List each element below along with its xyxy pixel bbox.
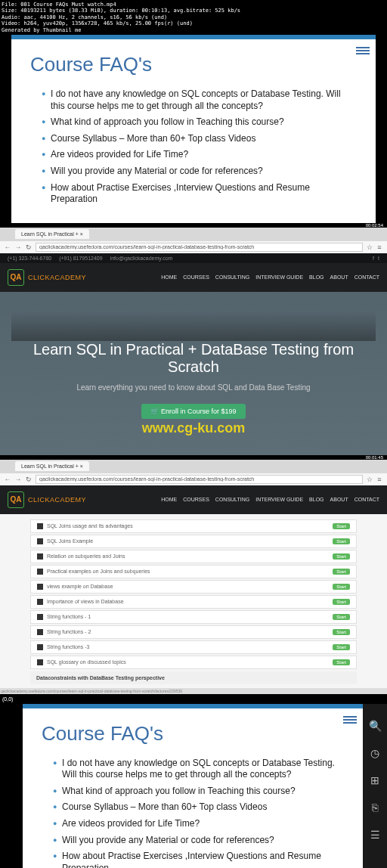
video-icon xyxy=(37,584,43,590)
course-list: SQL Joins usage and its advantagesStart … xyxy=(0,514,387,688)
slide-title: Course FAQ's xyxy=(11,39,376,82)
start-button[interactable]: Start xyxy=(333,659,350,665)
hero-title: Learn SQL in Practical + DataBase Testin… xyxy=(11,341,376,376)
section-header: Dataconstraints with DataBase Testing pe… xyxy=(30,671,357,684)
logo-text: CLICKACADEMY xyxy=(28,496,86,504)
logo-icon: QA xyxy=(8,269,24,286)
url-input[interactable] xyxy=(36,243,363,252)
nav-courses[interactable]: COURSES xyxy=(183,274,209,280)
side-dock: 🔍 ◷ ⊞ ⎘ ☰ xyxy=(363,704,387,868)
twitter-icon[interactable]: t xyxy=(378,256,379,261)
nav-home[interactable]: HOME xyxy=(161,497,177,502)
email: info@qaclickacademy.com xyxy=(110,256,173,261)
reload-icon[interactable]: ↻ xyxy=(25,476,33,483)
bullet-item: Are videos provided for Life Time? xyxy=(53,816,340,832)
menu-icon[interactable]: ≡ xyxy=(376,243,383,251)
start-button[interactable]: Start xyxy=(333,629,350,635)
nav-home[interactable]: HOME xyxy=(161,274,177,280)
exit-icon[interactable]: ⎘ xyxy=(368,801,382,814)
star-icon[interactable]: ☆ xyxy=(366,476,373,483)
nav-about[interactable]: ABOUT xyxy=(330,497,348,502)
browser-chrome-1: Learn SQL in Practical + × ← → ↻ ☆ ≡ xyxy=(0,228,387,253)
site-header-2: QA CLICKACADEMY HOME COURSES CONSULTING … xyxy=(0,485,387,514)
facebook-icon[interactable]: f xyxy=(373,256,374,261)
menu-icon xyxy=(343,715,357,725)
slide-title: Course FAQ's xyxy=(23,708,363,752)
nav-links: HOME COURSES CONSULTING INTERVIEW GUIDE … xyxy=(161,274,379,280)
logo-text: CLICKACADEMY xyxy=(28,274,86,281)
address-bar: ← → ↻ ☆ ≡ xyxy=(0,473,387,485)
list-icon[interactable]: ☰ xyxy=(368,828,382,842)
search-icon[interactable]: 🔍 xyxy=(368,719,382,733)
video-icon xyxy=(37,599,43,605)
forward-icon[interactable]: → xyxy=(14,243,22,251)
list-item[interactable]: SQL glossary on discussed topicsStart xyxy=(30,656,357,669)
logo[interactable]: QA CLICKACADEMY xyxy=(8,491,86,508)
watermark: www.cg-ku.com xyxy=(11,420,376,436)
list-item[interactable]: Relation on subqueries and JoinsStart xyxy=(30,550,357,563)
ubuntu-icon[interactable]: ◷ xyxy=(368,746,382,760)
windows-icon[interactable]: ⊞ xyxy=(368,773,382,787)
list-item[interactable]: Practical examples on Joins and subqueri… xyxy=(30,565,357,578)
browser-tab[interactable]: Learn SQL in Practical + × xyxy=(15,229,89,239)
enroll-button[interactable]: 🛒 Enroll in Course for $199 xyxy=(141,404,245,419)
file-info-generated: Generated by Thumbnail me xyxy=(2,27,385,33)
start-button[interactable]: Start xyxy=(333,584,350,590)
browser-tab[interactable]: Learn SQL in Practical + × xyxy=(15,461,89,471)
list-item[interactable]: String functions - 1Start xyxy=(30,610,357,624)
phone-1: (+1) 323-744-6780 xyxy=(8,256,51,261)
nav-contact[interactable]: CONTACT xyxy=(354,274,379,280)
timestamp: 00:02:54 xyxy=(0,223,387,228)
nav-blog[interactable]: BLOG xyxy=(309,497,324,502)
start-button[interactable]: Start xyxy=(333,644,350,650)
bullet-item: Course Syllabus – More than 60+ Top clas… xyxy=(42,131,353,147)
video-icon xyxy=(37,644,43,650)
list-item[interactable]: SQL Joins usage and its advantagesStart xyxy=(30,519,357,533)
video-icon xyxy=(37,523,43,529)
nav-contact[interactable]: CONTACT xyxy=(354,497,379,502)
url-input[interactable] xyxy=(36,475,363,484)
bullet-item: I do not have any knowledge on SQL conce… xyxy=(42,86,353,114)
logo-icon: QA xyxy=(8,491,24,508)
bullet-item: Will you provide any Material or code fo… xyxy=(42,163,353,180)
file-info-audio: Audio: aac, 44100 Hz, 2 channels, s16, 5… xyxy=(2,14,385,20)
menu-icon xyxy=(356,45,370,56)
bullet-item: How about Practise Exercises ,Interview … xyxy=(53,848,340,868)
nav-interview[interactable]: INTERVIEW GUIDE xyxy=(255,274,303,280)
slide-panel-2: Course FAQ's I do not have any knowledge… xyxy=(0,704,387,868)
list-item[interactable]: String functions - 2Start xyxy=(30,625,357,639)
list-item[interactable]: SQL Joins ExampleStart xyxy=(30,535,357,548)
nav-consulting[interactable]: CONSULTING xyxy=(215,274,249,280)
back-icon[interactable]: ← xyxy=(4,476,11,483)
back-icon[interactable]: ← xyxy=(4,243,11,251)
start-button[interactable]: Start xyxy=(333,569,350,575)
nav-consulting[interactable]: CONSULTING xyxy=(215,497,249,502)
start-button[interactable]: Start xyxy=(333,614,350,620)
forward-icon[interactable]: → xyxy=(14,476,22,483)
bullet-item: What kind of approach you follow in Teac… xyxy=(53,783,340,800)
bullet-item: I do not have any knowledge on SQL conce… xyxy=(53,755,340,783)
start-button[interactable]: Start xyxy=(333,553,350,560)
list-item[interactable]: views example on DatabaseStart xyxy=(30,580,357,594)
list-item[interactable]: Importance of views in DatabaseStart xyxy=(30,595,357,609)
start-button[interactable]: Start xyxy=(333,523,350,529)
start-button[interactable]: Start xyxy=(333,538,350,544)
menu-icon[interactable]: ≡ xyxy=(376,476,383,483)
site-header-1: (+1) 323-744-6780 (+91) 8179512409 info@… xyxy=(0,253,387,292)
logo[interactable]: QA CLICKACADEMY xyxy=(8,269,86,286)
list-item[interactable]: String functions -3Start xyxy=(30,640,357,654)
slide-bullets: I do not have any knowledge on SQL conce… xyxy=(11,82,376,223)
start-button[interactable]: Start xyxy=(333,599,350,605)
nav-interview[interactable]: INTERVIEW GUIDE xyxy=(255,497,303,502)
status-url: qaclickacademy.usefedora.com/courses/lea… xyxy=(0,688,387,694)
reload-icon[interactable]: ↻ xyxy=(25,243,33,251)
video-icon xyxy=(37,553,43,560)
bullet-item: How about Practise Exercises ,Interview … xyxy=(42,180,353,208)
nav-about[interactable]: ABOUT xyxy=(330,274,348,280)
bullet-item: What kind of approach you follow in Teac… xyxy=(42,114,353,131)
nav-blog[interactable]: BLOG xyxy=(309,274,324,280)
bullet-item: Will you provide any Material or code fo… xyxy=(53,832,340,849)
nav-courses[interactable]: COURSES xyxy=(183,497,209,502)
star-icon[interactable]: ☆ xyxy=(366,243,373,251)
hero-section: Learn SQL in Practical + DataBase Testin… xyxy=(0,292,387,455)
